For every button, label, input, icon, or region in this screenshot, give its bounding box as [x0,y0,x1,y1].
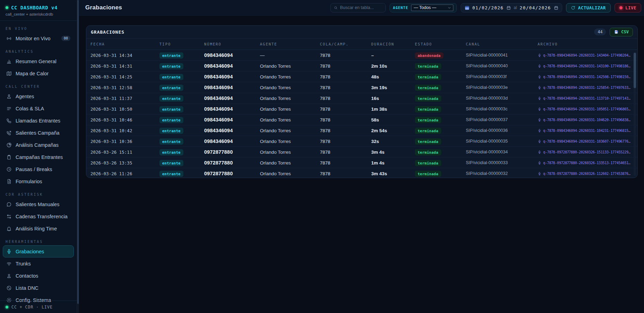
cell-tipo: entrante [159,63,204,69]
cell-canal: SIP/vicidial-00000034 [466,150,538,154]
table-row: 2026-03-31 10:46 entrante 0984346094 Orl… [86,115,637,125]
recording-file-link[interactable]: q-7878-0972877880-20260326-151133-177455… [538,150,631,154]
sidebar-item-lista-dnc[interactable]: Lista DNC [3,282,74,294]
mic-icon [538,161,541,165]
sidebar-item-label: Agentes [16,94,34,99]
recording-file-link[interactable]: q-7878-0984346094-20260331-103607-177496… [538,139,631,143]
sidebar-item-monitor-en-vivo[interactable]: Monitor en Vivo00 [3,32,74,44]
sidebar-footer: CC + CDR · LIVE [0,301,77,313]
date-to-input[interactable]: 20/04/2026 [520,5,551,10]
cell-duracion: 3m 4s [371,150,415,155]
recording-file-name: q-7878-0984346094-20260331-142508-177498… [543,75,631,79]
table-scrollbar[interactable] [634,52,636,176]
sidebar-item-label: Grabaciones [16,249,44,254]
tipo-badge: entrante [159,85,183,91]
table-scrollbar-thumb[interactable] [634,53,636,88]
date-to-picker-icon[interactable] [554,6,558,10]
panel-header: GRABACIONES 44 CSV [86,26,637,39]
recording-file-link[interactable]: q-7878-0984346094-20260331-104231-177496… [538,129,631,133]
recording-file-link[interactable]: q-7878-0984346094-20260331-143404-177498… [538,53,631,57]
cell-fecha: 2026-03-31 14:31 [90,64,159,69]
sidebar-scrollbar-thumb[interactable] [77,0,79,304]
search-icon [334,6,338,10]
date-range-group: 01/02/2026 al 20/04/2026 [461,3,562,12]
recording-file-name: q-7878-0984346094-20260331-104231-177496… [543,129,631,133]
recording-file-link[interactable]: q-7878-0984346094-20260331-142508-177498… [538,75,631,79]
cell-canal: SIP/vicidial-00000041 [466,53,538,58]
cell-canal: SIP/vicidial-0000003d [466,96,538,101]
cell-numero: 0972877880 [204,160,260,166]
column-header-tipo: TIPO [159,42,204,46]
sidebar-item-label: Pausas / Breaks [16,167,52,172]
cell-fecha: 2026-03-26 15:11 [90,150,159,155]
sidebar-item-analisis-campanas[interactable]: Análisis Campañas [3,139,74,151]
date-from-picker-icon[interactable] [506,6,511,10]
sidebar-item-analisis-ring-time[interactable]: Análisis Ring Time [3,222,74,235]
sidebar-item-label: Colas & SLA [16,106,44,111]
online-status-dot-icon [6,6,8,9]
sidebar: CC DASHBOARD v4 call_center + asteriskcd… [0,0,77,313]
recording-file-link[interactable]: q-7878-0984346094-20260331-113710-177497… [538,96,631,100]
table-header-row: FECHATIPONÚMEROAGENTECOLA/CAMP.DURACIÓNE… [86,39,637,50]
cell-fecha: 2026-03-31 10:46 [90,117,159,122]
table-row: 2026-03-31 14:25 entrante 0984346094 Orl… [86,71,637,82]
file-text-icon [6,179,12,184]
sidebar-item-formularios[interactable]: Formularios [3,175,74,187]
cell-cola: 7878 [320,117,371,122]
refresh-icon [571,6,575,10]
estado-badge: terminada [415,106,441,112]
recording-file-link[interactable]: q-7878-0984346094-20260331-104620-177496… [538,118,631,122]
sidebar-footer-label: CC + CDR · LIVE [11,305,53,310]
recording-file-link[interactable]: q-7878-0972877880-20260326-133513-177454… [538,161,631,165]
cell-cola: 7878 [320,128,371,133]
sidebar-item-resumen-general[interactable]: Resumen General [3,55,74,67]
sidebar-item-mapa-de-calor[interactable]: Mapa de Calor [3,67,74,79]
cell-canal: SIP/vicidial-00000035 [466,139,538,144]
sidebar-item-contactos[interactable]: Contactos [3,270,74,282]
cell-cola: 7878 [320,53,371,58]
bell-icon [6,226,12,231]
sidebar-item-label: Llamadas Entrantes [16,118,60,124]
sidebar-item-trunks[interactable]: Trunks [3,257,74,270]
export-csv-button[interactable]: CSV [610,28,633,36]
tipo-badge: entrante [159,138,183,145]
estado-badge: terminada [415,138,441,145]
cell-duracion: 3m 43s [371,171,415,176]
sidebar-item-llamadas-entrantes[interactable]: Llamadas Entrantes [3,115,74,127]
live-button[interactable]: LIVE [615,3,641,12]
page-title: Grabaciones [85,4,122,11]
refresh-button[interactable]: ACTUALIZAR [566,3,611,12]
cell-canal: SIP/vicidial-0000003f [466,74,538,79]
nav-section-title: EN VIVO [6,27,71,31]
cell-duracion: 58s [371,117,415,122]
mic-icon [538,53,541,57]
cell-estado: terminada [415,117,466,123]
sidebar-item-campanas-entrantes[interactable]: Campañas Entrantes [3,151,74,163]
nav-section-title: CALL CENTER [6,85,71,88]
sidebar-item-label: Análisis Ring Time [16,226,57,231]
sidebar-item-salientes-campana[interactable]: Salientes Campaña [3,127,74,139]
sidebar-item-colas-sla[interactable]: Colas & SLA [3,102,74,115]
mic-icon [538,118,541,122]
recording-file-link[interactable]: q-7878-0984346094-20260331-105051-177496… [538,107,631,111]
sidebar-item-agentes[interactable]: Agentes [3,90,74,102]
recording-file-link[interactable]: q-7878-0972877880-20260326-112602-177453… [538,172,631,176]
agent-select[interactable]: — Todos — [411,5,453,11]
search-input[interactable] [340,5,382,10]
recording-file-link[interactable]: q-7878-0984346094-20260331-143100-177498… [538,64,631,68]
cell-tipo: entrante [159,74,204,80]
cell-numero: 0984346094 [204,74,260,79]
cell-fecha: 2026-03-31 12:58 [90,85,159,90]
recording-file-link[interactable]: q-7878-0984346094-20260331-125854-177497… [538,86,631,90]
sidebar-item-pausas-breaks[interactable]: Pausas / Breaks [3,163,74,175]
date-from-input[interactable]: 01/02/2026 [472,5,504,10]
cell-numero: 0984346094 [204,128,260,133]
sidebar-item-salientes-manuales[interactable]: Salientes Manuales [3,198,74,210]
sidebar-item-cadenas-transferencia[interactable]: Cadenas Transferencia [3,210,74,222]
live-status-dot-icon [6,306,8,308]
cell-estado: abandonada [415,52,466,59]
sidebar-item-label: Formularios [16,179,42,184]
sidebar-item-grabaciones[interactable]: Grabaciones [3,245,74,257]
table-row: 2026-03-26 11:26 entrante 0972877880 Orl… [86,168,637,178]
column-header-fecha: FECHA [90,42,159,46]
